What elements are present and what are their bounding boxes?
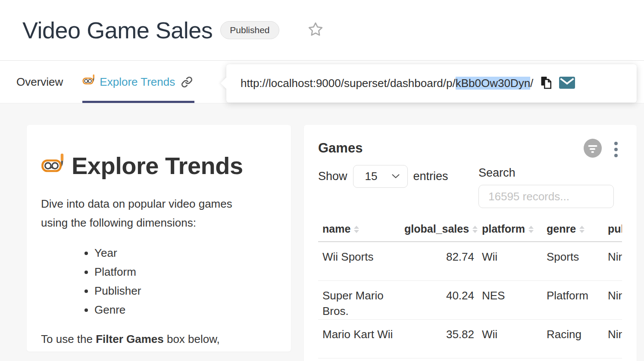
column-header-publisher[interactable]: pub (603, 221, 622, 242)
anchor-link-icon[interactable] (181, 76, 193, 88)
markdown-card: Explore Trends Dive into data on popular… (27, 125, 291, 352)
share-url-popover: http://localhost:9000/superset/dashboard… (226, 64, 637, 103)
diving-mask-icon (82, 74, 95, 90)
column-header-genre[interactable]: genre (542, 221, 603, 242)
tab-overview[interactable]: Overview (16, 61, 63, 103)
table-row: Mario Kart Wii 35.82 Wii Racing Nint (318, 319, 622, 358)
cell-name: Super Mario Bros. (318, 280, 400, 319)
share-url-text: http://localhost:9000/superset/dashboard… (241, 77, 533, 90)
column-header-name[interactable]: name (318, 221, 400, 242)
cell-publisher: Nint (603, 280, 622, 319)
cell-platform: Wii (478, 242, 542, 280)
table-row: Wii Sports 82.74 Wii Sports Nint (318, 242, 622, 280)
share-url-selected-text: kBb0Ow30Dyn (456, 77, 530, 90)
cell-publisher: Nint (603, 319, 622, 358)
diving-mask-icon (41, 153, 65, 179)
filter-icon (583, 152, 602, 159)
applied-filters-badge[interactable] (583, 139, 602, 158)
chart-title: Games (318, 140, 363, 156)
cell-platform: NES (478, 280, 542, 319)
sort-icon (472, 226, 478, 233)
column-label: genre (547, 223, 576, 235)
published-badge[interactable]: Published (220, 21, 279, 39)
cell-global-sales: 40.24 (400, 280, 478, 319)
cell-name: Wii Sports (318, 242, 400, 280)
tab-explore-trends-label: Explore Trends (100, 75, 175, 89)
list-item: Genre (94, 300, 277, 319)
copy-icon (539, 76, 553, 91)
column-label: global_sales (404, 223, 469, 235)
list-item: Year (94, 243, 277, 262)
markdown-footer: To use the Filter Games box below, selec… (41, 330, 277, 352)
column-label: platform (482, 223, 525, 235)
sort-icon (528, 226, 534, 233)
list-item: Publisher (94, 281, 277, 300)
cell-genre: Sports (542, 242, 603, 280)
footer-line-2: select values for each dimension you (41, 349, 277, 352)
column-header-global-sales[interactable]: global_sales (400, 221, 478, 242)
cell-global-sales: 82.74 (400, 242, 478, 280)
footer-text: box below, (164, 333, 220, 345)
cell-name: Mario Kart Wii (318, 319, 400, 358)
markdown-intro: Dive into data on popular video games us… (41, 194, 277, 232)
entries-label: entries (413, 170, 448, 183)
cell-platform: Wii (478, 319, 542, 358)
tab-explore-trends[interactable]: Explore Trends (82, 61, 194, 103)
intro-line-2: using the following dimensions: (41, 213, 277, 232)
kebab-dot (614, 148, 618, 151)
footer-text: To use the (41, 333, 96, 345)
intro-line-1: Dive into data on popular video games (41, 194, 277, 213)
page-title: Video Game Sales (22, 17, 213, 44)
column-header-platform[interactable]: platform (478, 221, 542, 242)
sort-icon (354, 226, 359, 233)
kebab-dot (614, 142, 618, 145)
page-size-select[interactable]: 15 (353, 165, 408, 188)
search-input[interactable] (478, 185, 614, 208)
email-icon (559, 77, 575, 90)
share-url-suffix: / (530, 77, 533, 90)
email-link-button[interactable] (559, 77, 575, 90)
kebab-dot (614, 154, 618, 157)
footer-bold-text: Filter Games (96, 333, 164, 345)
table-header-row: name global_sales platform genre (318, 221, 622, 242)
sort-icon (579, 226, 585, 233)
cell-global-sales: 35.82 (400, 319, 478, 358)
games-table: name global_sales platform genre (318, 221, 622, 358)
cell-genre: Racing (542, 319, 603, 358)
table-row: Super Mario Bros. 40.24 NES Platform Nin… (318, 280, 622, 319)
share-url-prefix: http://localhost:9000/superset/dashboard… (241, 77, 456, 90)
tab-overview-label: Overview (16, 75, 63, 89)
dashboard-grid: Explore Trends Dive into data on popular… (0, 103, 644, 361)
dashboard-header: Video Game Sales Published (0, 0, 644, 61)
cell-genre: Platform (542, 280, 603, 319)
search-label: Search (478, 166, 614, 180)
star-icon (307, 21, 324, 39)
page-size-value: 15 (365, 170, 378, 183)
list-item: Platform (94, 262, 277, 281)
chevron-down-icon (392, 173, 400, 180)
chart-options-menu-button[interactable] (613, 141, 619, 158)
dimension-list: Year Platform Publisher Genre (41, 243, 277, 319)
column-label: name (322, 223, 350, 235)
cell-publisher: Nint (603, 242, 622, 280)
games-chart-card: Games Show 15 (304, 125, 637, 361)
copy-link-button[interactable] (539, 76, 553, 91)
column-label: pub (608, 223, 622, 235)
show-label: Show (318, 170, 347, 183)
favorite-star-button[interactable] (307, 22, 324, 39)
markdown-heading: Explore Trends (72, 152, 243, 180)
